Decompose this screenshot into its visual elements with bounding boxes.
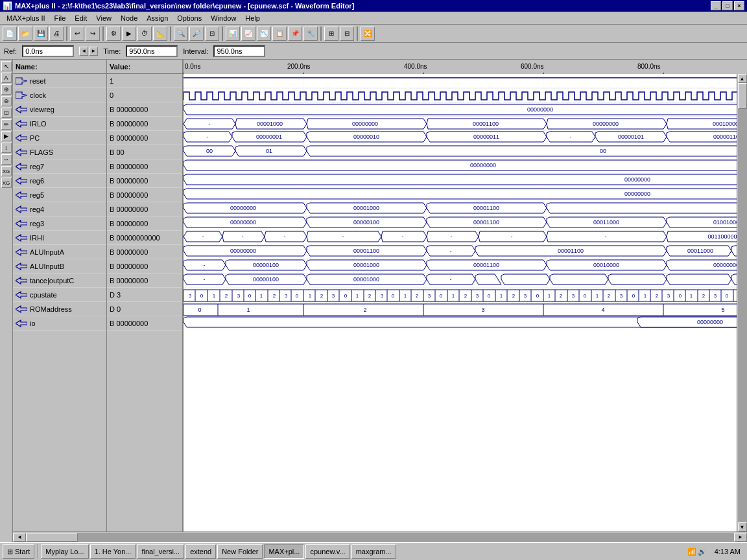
svg-text:3: 3 — [428, 293, 431, 299]
draw-tool[interactable]: ✏ — [1, 119, 12, 130]
svg-text:-: - — [342, 233, 344, 240]
svg-text:00000000: 00000000 — [352, 121, 378, 127]
zoom-out-button[interactable]: 🔎 — [189, 27, 204, 41]
scroll-thumb[interactable] — [738, 83, 747, 109]
svg-text:00010000: 00010000 — [593, 262, 619, 268]
ref-arrows[interactable]: ◄ ► — [79, 47, 98, 56]
scroll-track[interactable] — [738, 83, 747, 522]
svg-text:1: 1 — [452, 293, 455, 299]
svg-text:00000110: 00000110 — [713, 134, 737, 140]
taskbar-myplay[interactable]: Myplay Lo... — [41, 544, 88, 559]
zoom-in-button[interactable]: 🔍 — [174, 27, 188, 41]
menu-help[interactable]: Help — [241, 13, 264, 23]
timing-button[interactable]: ⏱ — [137, 27, 152, 41]
menu-file[interactable]: File — [51, 13, 70, 23]
extra5[interactable]: 📌 — [288, 27, 302, 41]
taskbar-maxpl[interactable]: MAX+pl... — [264, 544, 304, 559]
start-button[interactable]: ⊞ Start — [3, 544, 34, 559]
play-tool[interactable]: ▶ — [1, 131, 12, 141]
menu-maxplusii[interactable]: MAX+plus II — [3, 13, 49, 23]
extra4[interactable]: 📋 — [272, 27, 287, 41]
redo-button[interactable]: ↪ — [86, 27, 100, 41]
menu-edit[interactable]: Edit — [71, 13, 91, 23]
sig-name-viewreg: viewreg — [13, 102, 106, 117]
open-button[interactable]: 📂 — [18, 27, 32, 41]
horizontal-scrollbar[interactable]: ◄ ► — [13, 531, 747, 542]
nav-btn[interactable]: 🔀 — [361, 27, 375, 41]
extra3[interactable]: 📉 — [257, 27, 271, 41]
floorplan-button[interactable]: 📐 — [153, 27, 167, 41]
sig-name-reg4: reg4 — [13, 202, 106, 216]
svg-text:00011000: 00011000 — [687, 248, 713, 254]
hstretch-tool[interactable]: ↔ — [1, 154, 12, 165]
toolbar: 📄 📂 💾 🖨 ↩ ↪ ⚙ ▶ ⏱ 📐 🔍 🔎 ⊡ 📊 📈 📉 📋 📌 🔧 ⊞ … — [0, 25, 747, 43]
xg1-tool[interactable]: XG — [1, 166, 12, 176]
menu-assign[interactable]: Assign — [143, 13, 172, 23]
sig-val-io: B 00000000 — [107, 316, 182, 331]
grid2[interactable]: ⊟ — [340, 27, 354, 41]
sep3 — [170, 27, 171, 41]
taskbar-heyon[interactable]: 1. He Yon... — [90, 544, 136, 559]
taskbar-maxgram[interactable]: maxgram... — [351, 544, 396, 559]
xg2-tool[interactable]: XG — [1, 178, 12, 188]
new-button[interactable]: 📄 — [3, 27, 17, 41]
extra6[interactable]: 🔧 — [303, 27, 318, 41]
zoom-out-tool[interactable]: ⊖ — [1, 96, 12, 106]
svg-marker-23 — [16, 92, 27, 99]
system-tray: 📶 🔊 — [685, 548, 709, 556]
print-button[interactable]: 🖨 — [49, 27, 64, 41]
menu-options[interactable]: Options — [173, 13, 206, 23]
svg-text:2: 2 — [416, 293, 419, 299]
hscroll-left-button[interactable]: ◄ — [13, 533, 26, 542]
maximize-button[interactable]: □ — [722, 1, 733, 10]
grid1[interactable]: ⊞ — [324, 27, 338, 41]
extra1[interactable]: 📊 — [226, 27, 240, 41]
sig-name-reg3: reg3 — [13, 216, 106, 231]
svg-marker-37 — [16, 292, 27, 298]
title-bar-controls[interactable]: _ □ × — [711, 1, 744, 10]
minimize-button[interactable]: _ — [711, 1, 721, 10]
svg-text:00000101: 00000101 — [618, 134, 644, 140]
interval-input[interactable] — [213, 45, 265, 57]
hscroll-right-button[interactable]: ► — [734, 533, 747, 542]
text-tool[interactable]: A — [1, 73, 12, 83]
taskbar: ⊞ Start Myplay Lo... 1. He Yon... final_… — [0, 542, 747, 560]
taskbar-newfolder[interactable]: New Folder — [217, 544, 263, 559]
svg-rect-350 — [184, 290, 737, 301]
vertical-scrollbar[interactable]: ▲ ▼ — [737, 74, 747, 531]
scroll-up-button[interactable]: ▲ — [738, 74, 747, 83]
hscroll-track[interactable] — [26, 533, 734, 542]
undo-button[interactable]: ↩ — [70, 27, 84, 41]
signals-and-waves: Name: Value: 0.0ns 200.0ns 400.0ns 600.0… — [13, 60, 747, 542]
wave-area[interactable]: 00000000 00001010 - — [184, 74, 737, 531]
ref-input[interactable] — [22, 45, 74, 57]
svg-text:00000000: 00000000 — [230, 205, 256, 211]
fit-tool[interactable]: ⊡ — [1, 108, 12, 118]
svg-text:0: 0 — [296, 293, 299, 299]
taskbar-extend[interactable]: extend — [185, 544, 216, 559]
fit-button[interactable]: ⊡ — [205, 27, 219, 41]
select-tool[interactable]: ↖ — [1, 61, 12, 71]
ref-next[interactable]: ► — [89, 47, 98, 56]
hscroll-thumb[interactable] — [26, 533, 78, 542]
time-input[interactable] — [126, 45, 178, 57]
menu-window[interactable]: Window — [207, 13, 240, 23]
save-button[interactable]: 💾 — [34, 27, 48, 41]
menu-node[interactable]: Node — [117, 13, 141, 23]
ref-prev[interactable]: ◄ — [79, 47, 88, 56]
simulate-button[interactable]: ▶ — [122, 27, 136, 41]
compile-button[interactable]: ⚙ — [106, 27, 121, 41]
scroll-down-button[interactable]: ▼ — [738, 522, 747, 531]
zoom-in-tool[interactable]: ⊕ — [1, 84, 12, 95]
svg-text:0: 0 — [488, 293, 491, 299]
close-button[interactable]: × — [734, 1, 744, 10]
svg-text:00000000: 00000000 — [624, 176, 650, 183]
output-icon-reg5 — [16, 191, 27, 199]
menu-view[interactable]: View — [92, 13, 115, 23]
vstretch-tool[interactable]: ↕ — [1, 143, 12, 153]
svg-text:00000000: 00000000 — [624, 191, 650, 197]
taskbar-finalversi[interactable]: final_versi... — [137, 544, 184, 559]
taskbar-cpunew[interactable]: cpunew.v... — [305, 544, 350, 559]
svg-text:0: 0 — [198, 307, 201, 313]
extra2[interactable]: 📈 — [241, 27, 255, 41]
